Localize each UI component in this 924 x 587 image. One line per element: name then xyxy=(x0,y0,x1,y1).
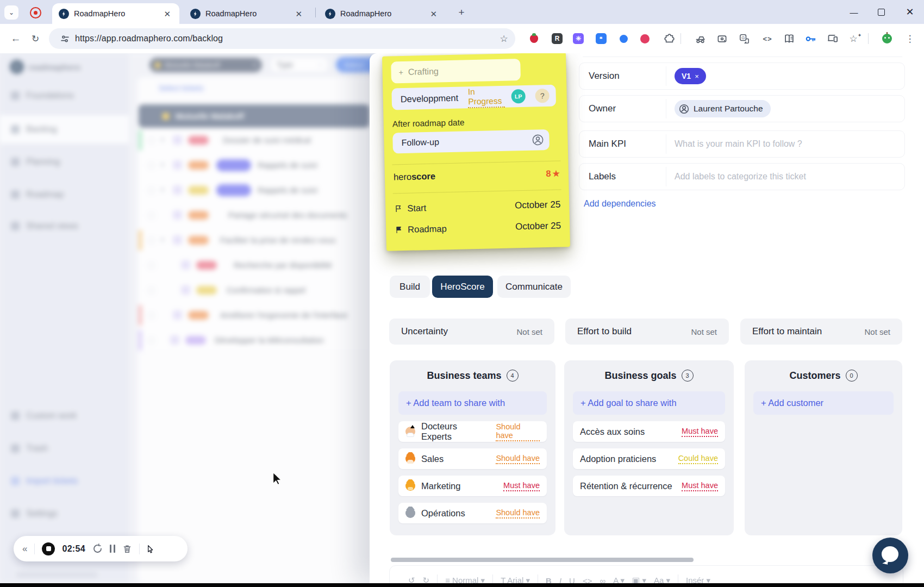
chat-fab[interactable] xyxy=(872,538,908,573)
remove-version-icon[interactable]: × xyxy=(695,72,699,80)
insert-dropdown[interactable]: Insér ▾ xyxy=(686,576,710,583)
horizontal-scrollbar[interactable] xyxy=(391,558,694,562)
tab-title: RoadmapHero xyxy=(205,9,257,18)
strawberry-icon[interactable] xyxy=(526,24,541,53)
add-goal-button[interactable]: + Add goal to share with xyxy=(573,391,725,415)
ticket-type[interactable]: Developpment xyxy=(401,92,459,104)
effort-build-score[interactable]: Effort to buildNot set xyxy=(565,319,729,345)
business-teams-title: Business teams4 xyxy=(390,370,555,382)
cursor-tool-icon[interactable] xyxy=(147,545,155,553)
stop-recording-button[interactable] xyxy=(42,542,55,555)
type-status-pill[interactable]: Developpment In Progress LP ? xyxy=(391,85,556,110)
uncertainty-score[interactable]: UncertaintyNot set xyxy=(389,319,554,345)
labels-label: Labels xyxy=(589,171,616,182)
redo-icon[interactable]: ↻ xyxy=(423,576,430,583)
browser-tab-1[interactable]: RoadmapHero ✕ xyxy=(52,3,179,24)
site-info-icon[interactable] xyxy=(57,28,73,49)
tab-heroscore[interactable]: HeroScore xyxy=(432,276,493,298)
window-maximize-button[interactable] xyxy=(873,4,889,20)
highlight-dropdown[interactable]: ▣ ▾ xyxy=(632,576,646,583)
devices-icon[interactable] xyxy=(825,24,840,53)
team-row[interactable]: Docteurs Experts Should have xyxy=(398,421,547,442)
r-letter-icon[interactable]: R xyxy=(550,24,565,53)
tab-build[interactable]: Build xyxy=(390,276,430,298)
new-tab-button[interactable]: + xyxy=(454,5,469,20)
bookmark-sparkle-icon[interactable]: ☆✦ xyxy=(848,24,863,53)
add-team-button[interactable]: + Add team to share with xyxy=(398,391,547,415)
code-icon[interactable]: <> xyxy=(760,24,775,53)
team-row[interactable]: Opérations Should have xyxy=(398,503,547,523)
translate-icon[interactable]: G xyxy=(736,24,752,53)
priority-selector[interactable]: Should have xyxy=(496,454,540,464)
start-date-value[interactable]: October 25 xyxy=(515,199,561,211)
android-avatar-icon[interactable] xyxy=(879,24,895,53)
tab-communicate[interactable]: Communicate xyxy=(497,276,571,298)
blue-dot-icon[interactable] xyxy=(616,24,631,53)
owner-chip[interactable]: Laurent Partouche xyxy=(675,100,771,117)
tab-search-button[interactable]: ⌄ xyxy=(4,5,18,20)
effort-maintain-score[interactable]: Effort to maintainNot set xyxy=(740,319,902,345)
kpi-input[interactable]: What is your main KPI to follow ? xyxy=(675,139,802,149)
roadmap-date-row[interactable]: Roadmap October 25 xyxy=(395,220,561,235)
start-date-row[interactable]: Start October 25 xyxy=(394,199,560,214)
add-dependencies-link[interactable]: Add dependencies xyxy=(584,199,656,209)
screen-capture-icon[interactable] xyxy=(714,24,729,53)
priority-selector[interactable]: Must have xyxy=(682,427,718,437)
window-minimize-button[interactable]: — xyxy=(846,4,862,20)
followup-input[interactable]: Follow-up xyxy=(392,129,550,154)
priority-selector[interactable]: Could have xyxy=(678,454,718,464)
phase-input[interactable]: + Crafting xyxy=(391,59,521,83)
goal-row[interactable]: Accès aux soins Must have xyxy=(573,421,725,442)
team-row[interactable]: Sales Should have xyxy=(398,448,547,469)
priority-selector[interactable]: Should have xyxy=(496,422,540,441)
underline-icon[interactable]: U xyxy=(569,576,575,584)
restart-recording-icon[interactable] xyxy=(92,544,103,554)
kart-icon[interactable] xyxy=(692,24,708,53)
code-icon[interactable]: <> xyxy=(583,576,592,584)
labels-input[interactable]: Add labels to categorize this ticket xyxy=(675,172,806,182)
version-row: Version V1× xyxy=(579,63,905,90)
pause-recording-icon[interactable] xyxy=(110,545,115,553)
reading-list-icon[interactable] xyxy=(782,24,797,53)
address-bar[interactable]: https://app.roadmaphero.com/backlog ☆ xyxy=(49,28,515,49)
priority-selector[interactable]: Must have xyxy=(682,481,718,491)
add-customer-button[interactable]: + Add customer xyxy=(753,391,894,415)
browser-tab-2[interactable]: RoadmapHero ✕ xyxy=(184,3,311,24)
roadmap-date-value[interactable]: October 25 xyxy=(515,220,561,232)
bold-icon[interactable]: B xyxy=(546,576,552,584)
window-close-button[interactable]: ✕ xyxy=(902,4,918,20)
chat-extension-icon[interactable]: ❝ xyxy=(594,24,609,53)
goal-row[interactable]: Rétention & récurrence Must have xyxy=(573,476,725,496)
paragraph-style-dropdown[interactable]: ≡ Normal ▾ xyxy=(445,576,485,583)
flag-outline-icon xyxy=(394,204,402,213)
snowflake-icon[interactable]: ✳ xyxy=(571,24,586,53)
case-dropdown[interactable]: Aa ▾ xyxy=(654,576,670,583)
priority-selector[interactable]: Must have xyxy=(503,481,540,491)
tab-close-icon[interactable]: ✕ xyxy=(293,9,304,19)
tab-close-icon[interactable]: ✕ xyxy=(161,9,173,19)
browser-tab-3[interactable]: RoadmapHero ✕ xyxy=(319,3,446,24)
tab-close-icon[interactable]: ✕ xyxy=(428,9,439,19)
font-dropdown[interactable]: T Arial ▾ xyxy=(501,576,530,583)
help-badge[interactable]: ? xyxy=(535,89,550,103)
team-row[interactable]: Marketing Must have xyxy=(398,476,547,496)
user-circle-icon xyxy=(532,134,544,146)
extensions-puzzle-icon[interactable] xyxy=(661,24,677,53)
avatar[interactable]: LP xyxy=(511,89,526,104)
undo-icon[interactable]: ↺ xyxy=(408,576,415,583)
text-color-dropdown[interactable]: A ▾ xyxy=(613,576,625,583)
link-icon[interactable]: ∞ xyxy=(600,576,605,584)
delete-recording-icon[interactable] xyxy=(122,544,132,554)
italic-icon[interactable]: I xyxy=(559,576,561,584)
password-key-icon[interactable] xyxy=(802,24,819,53)
back-icon[interactable]: ← xyxy=(8,24,24,53)
status-link[interactable]: In Progress xyxy=(468,86,505,108)
reload-icon[interactable]: ↻ xyxy=(27,24,43,53)
goal-row[interactable]: Adoption praticiens Could have xyxy=(573,448,725,469)
red-dot-icon[interactable] xyxy=(637,24,652,53)
version-badge[interactable]: V1× xyxy=(675,68,706,84)
collapse-icon[interactable]: « xyxy=(22,544,27,554)
browser-menu-icon[interactable]: ⋮ xyxy=(902,24,917,53)
priority-selector[interactable]: Should have xyxy=(496,508,540,519)
bookmark-star-icon[interactable]: ☆ xyxy=(496,28,512,49)
